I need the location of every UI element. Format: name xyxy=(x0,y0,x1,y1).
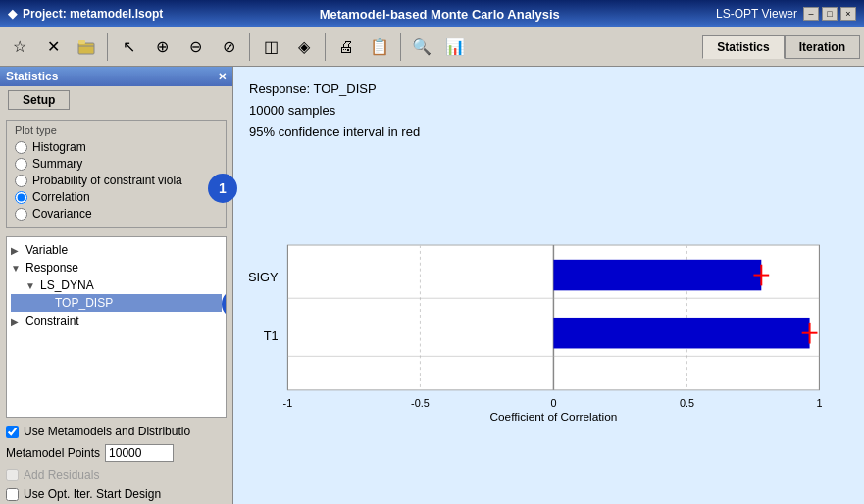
covariance-label: Covariance xyxy=(32,207,92,221)
metamodel-points-input[interactable] xyxy=(105,444,174,462)
window-title: Metamodel-based Monte Carlo Analysis xyxy=(320,7,560,22)
metamodel-points-label: Metamodel Points xyxy=(6,446,100,460)
samples-label: 10000 samples xyxy=(249,100,848,122)
title-bar: ◆ Project: metamodel.lsopt Metamodel-bas… xyxy=(0,0,864,27)
plot-type-label: Plot type xyxy=(15,125,218,136)
tree-topdisp[interactable]: TOP_DISP 2 xyxy=(11,294,222,312)
toolbar-favorite-button[interactable]: ☆ xyxy=(4,31,35,63)
sidebar: Statistics ✕ Setup Plot type Histogram S… xyxy=(0,67,233,504)
svg-text:Coefficient of Correlation: Coefficient of Correlation xyxy=(490,411,618,425)
correlation-radio-input[interactable] xyxy=(15,191,27,204)
tree-constraint[interactable]: ▶ Constraint xyxy=(11,312,222,329)
statistics-tab[interactable]: Statistics xyxy=(702,35,784,59)
tree-topdisp-label: TOP_DISP xyxy=(55,296,113,310)
summary-label: Summary xyxy=(32,157,82,171)
toolbar-cancel-button[interactable]: ✕ xyxy=(37,31,69,63)
response-label: Response: TOP_DISP xyxy=(249,78,848,100)
svg-text:-0.5: -0.5 xyxy=(411,397,430,409)
chart-info: Response: TOP_DISP 10000 samples 95% con… xyxy=(249,78,848,143)
sidebar-close-button[interactable]: ✕ xyxy=(218,71,227,83)
metamodel-points-row: Metamodel Points xyxy=(0,441,232,465)
t1-bar xyxy=(553,318,809,349)
toolbar-select-button[interactable]: ↖ xyxy=(113,31,144,63)
svg-text:0.5: 0.5 xyxy=(680,397,694,409)
tree-lsdyna-label: LS_DYNA xyxy=(40,278,94,292)
annotation-2: 2 xyxy=(222,289,227,319)
toolbar-zoom-in-button[interactable]: ⊕ xyxy=(146,31,178,63)
tree-arrow-variable: ▶ xyxy=(11,245,23,256)
iteration-tab[interactable]: Iteration xyxy=(785,35,860,59)
tree-response-label: Response xyxy=(25,261,78,275)
toolbar-copy-button[interactable]: 📋 xyxy=(364,31,395,63)
use-opt-iter-label: Use Opt. Iter. Start Design xyxy=(24,487,161,501)
probability-radio[interactable]: Probability of constraint viola xyxy=(15,174,218,187)
tree-panel: ▶ Variable ▼ Response ▼ LS_DYNA TOP_DISP… xyxy=(6,236,227,418)
toolbar-separator-1 xyxy=(107,33,108,61)
tree-variable-label: Variable xyxy=(25,243,68,257)
probability-radio-input[interactable] xyxy=(15,175,27,187)
summary-radio-input[interactable] xyxy=(15,158,27,171)
use-metamodels-row: Use Metamodels and Distributio xyxy=(0,422,232,441)
tree-variable[interactable]: ▶ Variable xyxy=(11,241,222,259)
histogram-label: Histogram xyxy=(32,140,86,154)
toolbar-zoom-reset-button[interactable]: ⊘ xyxy=(213,31,244,63)
svg-rect-1 xyxy=(78,40,85,44)
toolbar-print-button[interactable]: 🖨 xyxy=(330,31,362,63)
tree-arrow-lsdyna: ▼ xyxy=(25,280,37,291)
svg-rect-0 xyxy=(78,43,94,54)
histogram-radio-input[interactable] xyxy=(15,141,27,154)
title-bar-right: LS-OPT Viewer – □ × xyxy=(716,7,856,21)
app-icon: ◆ xyxy=(8,7,17,21)
app-name: LS-OPT Viewer xyxy=(716,7,797,21)
toolbar-search-button[interactable]: 🔍 xyxy=(406,31,437,63)
use-metamodels-checkbox[interactable] xyxy=(6,426,19,438)
use-opt-iter-row: Use Opt. Iter. Start Design xyxy=(0,484,232,504)
close-button[interactable]: × xyxy=(840,7,856,21)
toolbar-separator-3 xyxy=(325,33,326,61)
add-residuals-label: Add Residuals xyxy=(24,468,99,481)
svg-text:-1: -1 xyxy=(283,397,293,409)
toolbar-chart-button[interactable]: 📊 xyxy=(439,31,471,63)
add-residuals-row: Add Residuals xyxy=(0,465,232,484)
tree-response[interactable]: ▼ Response xyxy=(11,259,222,277)
summary-radio[interactable]: Summary xyxy=(15,157,218,171)
toolbar-fit-button[interactable]: ◫ xyxy=(255,31,286,63)
tree-constraint-label: Constraint xyxy=(25,314,79,328)
plot-type-group: Plot type Histogram Summary Probability … xyxy=(6,120,227,228)
sidebar-title-label: Statistics xyxy=(6,70,58,83)
sigy-bar xyxy=(553,260,761,291)
svg-text:SIGY: SIGY xyxy=(249,271,279,285)
confidence-label: 95% confidence interval in red xyxy=(249,122,848,143)
tree-arrow-constraint: ▶ xyxy=(11,316,23,327)
toolbar-separator-2 xyxy=(249,33,250,61)
use-opt-iter-checkbox[interactable] xyxy=(6,488,19,501)
toolbar-frame-button[interactable]: ◈ xyxy=(288,31,320,63)
toolbar-open-button[interactable] xyxy=(71,31,102,63)
correlation-chart: SIGY T1 xyxy=(249,153,848,492)
add-residuals-checkbox[interactable] xyxy=(6,469,19,481)
sidebar-title-bar: Statistics ✕ xyxy=(0,67,232,86)
window-controls: – □ × xyxy=(803,7,856,21)
tree-arrow-response: ▼ xyxy=(11,263,23,274)
toolbar-separator-4 xyxy=(400,33,401,61)
annotation-1: 1 xyxy=(208,174,237,203)
correlation-label: Correlation xyxy=(32,190,90,204)
tree-lsdyna[interactable]: ▼ LS_DYNA xyxy=(11,277,222,294)
title-bar-left: ◆ Project: metamodel.lsopt xyxy=(8,7,163,21)
covariance-radio[interactable]: Covariance xyxy=(15,207,218,221)
svg-text:0: 0 xyxy=(550,397,556,409)
toolbar-right: Statistics Iteration xyxy=(702,35,860,59)
setup-button[interactable]: Setup xyxy=(8,90,70,110)
chart-area: Response: TOP_DISP 10000 samples 95% con… xyxy=(233,67,864,504)
svg-text:T1: T1 xyxy=(264,328,279,343)
toolbar-zoom-out-button[interactable]: ⊖ xyxy=(179,31,211,63)
probability-label: Probability of constraint viola xyxy=(32,174,182,187)
minimize-button[interactable]: – xyxy=(803,7,819,21)
correlation-radio[interactable]: Correlation xyxy=(15,190,218,204)
toolbar: ☆ ✕ ↖ ⊕ ⊖ ⊘ ◫ ◈ 🖨 📋 🔍 📊 Statistics Itera… xyxy=(0,27,864,67)
setup-tab-area: Setup xyxy=(0,86,232,114)
svg-text:1: 1 xyxy=(816,397,822,409)
maximize-button[interactable]: □ xyxy=(822,7,838,21)
histogram-radio[interactable]: Histogram xyxy=(15,140,218,154)
covariance-radio-input[interactable] xyxy=(15,208,27,221)
